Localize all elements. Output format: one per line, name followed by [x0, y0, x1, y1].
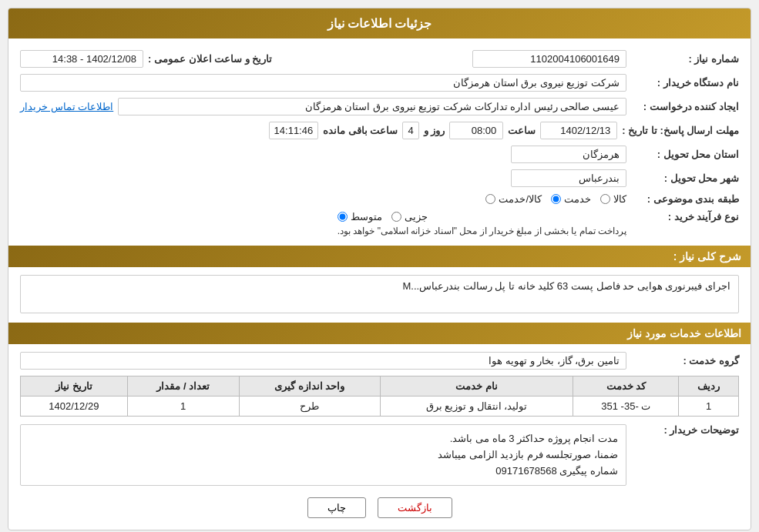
roz-value: 4: [402, 122, 418, 139]
table-row: 1 ت -35- 351 تولید، انتقال و توزیع برق ط…: [21, 396, 739, 417]
back-button[interactable]: بازگشت: [378, 497, 452, 518]
buyer-notes-value: مدت انجام پروژه حداکثر 3 ماه می باشد. ضم…: [20, 424, 626, 486]
tabaqe-radio-group: کالا/خدمت خدمت کالا: [485, 193, 626, 205]
col-nam: نام خدمت: [380, 376, 573, 396]
tabaqe-label: طبقه بندی موضوعی :: [631, 193, 739, 205]
nam-dasgah-value: شرکت توزیع نیروی برق استان هرمزگان: [20, 74, 626, 92]
radio-kala-khadamat-input[interactable]: [485, 194, 495, 204]
radio-kala-khadamat[interactable]: کالا/خدمت: [485, 193, 542, 205]
print-button[interactable]: چاپ: [307, 497, 366, 518]
baghi-saat-value: 14:11:46: [269, 122, 319, 139]
radio-kala[interactable]: کالا: [600, 193, 626, 205]
noefarayand-radio-group: متوسط جزیی: [338, 211, 626, 223]
cell-tarikh: 1402/12/29: [21, 396, 128, 417]
shomare-niaz-label: شماره نیاز :: [631, 53, 739, 65]
col-tedad: تعداد / مقدار: [127, 376, 239, 396]
cell-kod: ت -35- 351: [573, 396, 679, 417]
cell-radif: 1: [679, 396, 739, 417]
shahr-label: شهر محل تحویل :: [631, 172, 739, 184]
radio-motevaset-label: متوسط: [351, 211, 382, 223]
saat-value: 08:00: [449, 122, 503, 139]
sharh-value: اجرای فیبرنوری هوایی حد فاصل پست 63 کلید…: [20, 275, 739, 313]
taarikh-label: تاریخ و ساعت اعلان عمومی :: [148, 53, 272, 65]
services-table: ردیف کد خدمت نام خدمت واحد اندازه گیری ت…: [20, 376, 739, 417]
baghi-saat-label: ساعت باقی مانده: [323, 125, 398, 136]
ijad-konande-value: عیسی صالحی رئیس اداره تدارکات شرکت توزیع…: [118, 98, 626, 115]
radio-motevaset[interactable]: متوسط: [338, 211, 382, 223]
col-tarikh: تاریخ نیاز: [21, 376, 128, 396]
radio-khadamat-input[interactable]: [551, 194, 561, 204]
radio-kala-label: کالا: [613, 193, 626, 205]
roz-label: روز و: [424, 125, 445, 136]
col-vahed: واحد اندازه گیری: [239, 376, 380, 396]
nam-dasgah-label: نام دستگاه خریدار :: [631, 77, 739, 89]
group-value: تامین برق، گاز، بخار و تهویه هوا: [20, 352, 626, 370]
radio-motevaset-input[interactable]: [338, 212, 348, 222]
sharh-section-title: شرح کلی نیاز :: [8, 246, 751, 267]
buyer-notes-label: توضیحات خریدار :: [631, 424, 739, 436]
saat-label: ساعت: [508, 125, 536, 136]
col-kod: کد خدمت: [573, 376, 679, 396]
cell-vahed: طرح: [239, 396, 380, 417]
tarikh-field: 1402/12/13: [540, 122, 617, 139]
radio-jozi-label: جزیی: [405, 211, 428, 223]
radio-kala-input[interactable]: [600, 194, 610, 204]
taarikh-value: 1402/12/08 - 14:38: [20, 50, 143, 68]
ijad-konande-label: ایجاد کننده درخواست :: [631, 101, 739, 112]
radio-kala-khadamat-label: کالا/خدمت: [499, 193, 542, 205]
page-title: جزئیات اطلاعات نیاز: [8, 8, 751, 38]
ostan-value: هرمزگان: [511, 146, 626, 163]
mohlat-label: مهلت ارسال پاسخ: تا تاریخ :: [622, 125, 739, 136]
cell-tedad: 1: [127, 396, 239, 417]
radio-jozi-input[interactable]: [391, 212, 401, 222]
contact-link[interactable]: اطلاعات تماس خریدار: [20, 101, 113, 112]
cell-nam: تولید، انتقال و توزیع برق: [380, 396, 573, 417]
col-radif: ردیف: [679, 376, 739, 396]
radio-khadamat[interactable]: خدمت: [551, 193, 591, 205]
ostan-label: استان محل تحویل :: [631, 149, 739, 160]
noefarayand-note: پرداخت تمام یا بخشی از مبلغ خریدار از مح…: [338, 226, 626, 236]
group-label: گروه خدمت :: [631, 355, 739, 366]
radio-jozi[interactable]: جزیی: [391, 211, 428, 223]
khadamat-section-title: اطلاعات خدمات مورد نیاز: [8, 323, 751, 344]
button-row: بازگشت چاپ: [20, 497, 739, 518]
shomare-niaz-value: 1102004106001649: [472, 50, 626, 68]
shahr-value: بندرعباس: [511, 169, 626, 187]
radio-khadamat-label: خدمت: [564, 193, 591, 205]
noefarayand-label: نوع فرآیند خرید :: [631, 211, 739, 223]
